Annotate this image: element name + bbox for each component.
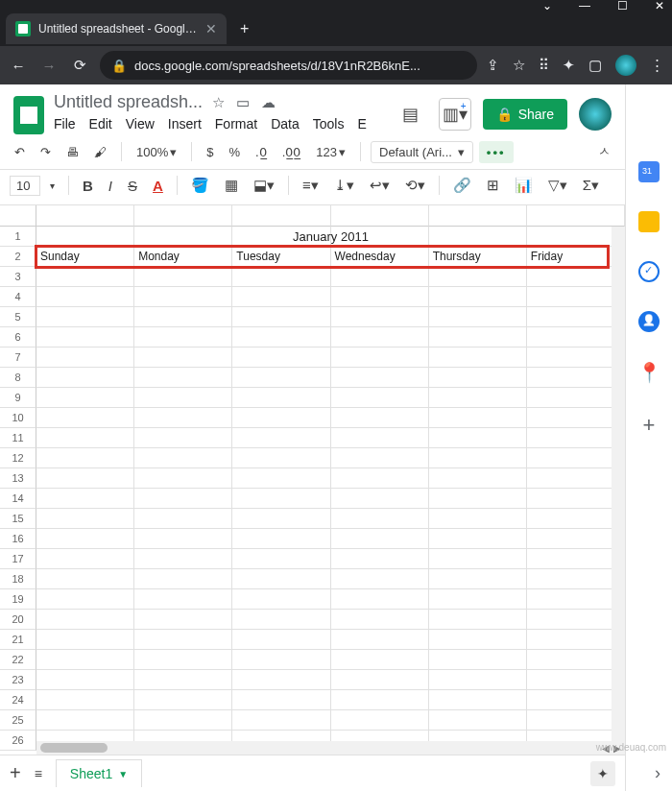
cell[interactable]: [527, 610, 625, 630]
horizontal-scrollbar[interactable]: ◀▶: [36, 741, 625, 755]
cell[interactable]: [527, 428, 625, 448]
cell[interactable]: [527, 509, 625, 529]
row-header[interactable]: 15: [0, 509, 36, 529]
cell[interactable]: [134, 509, 232, 529]
cell[interactable]: [134, 610, 232, 630]
filter-icon[interactable]: ▽▾: [542, 174, 573, 197]
menu-tools[interactable]: Tools: [313, 116, 345, 132]
profile-ext-icon[interactable]: [615, 55, 636, 76]
browser-tab[interactable]: Untitled spreadsheet - Google Sh ✕: [6, 13, 227, 44]
cell[interactable]: [232, 690, 330, 710]
close-window-icon[interactable]: ✕: [655, 0, 664, 12]
menu-format[interactable]: Format: [215, 116, 257, 132]
window-icon[interactable]: ▢: [588, 57, 602, 74]
cell[interactable]: [527, 549, 625, 569]
cell[interactable]: [429, 610, 527, 630]
cell[interactable]: [36, 327, 134, 348]
row-header[interactable]: 8: [0, 368, 36, 388]
cell[interactable]: [527, 307, 625, 327]
cell[interactable]: [429, 327, 527, 348]
cell[interactable]: [36, 368, 134, 388]
column-header[interactable]: [232, 205, 330, 227]
row-header[interactable]: 12: [0, 448, 36, 468]
cell[interactable]: [429, 549, 527, 569]
cell[interactable]: [527, 710, 625, 731]
row-header[interactable]: 4: [0, 287, 36, 307]
italic-button[interactable]: I: [103, 175, 118, 197]
rotate-button[interactable]: ⟲▾: [399, 174, 431, 197]
present-button[interactable]: ▥+▾: [439, 98, 471, 131]
cell[interactable]: [232, 468, 330, 489]
cell[interactable]: [429, 589, 527, 610]
add-sheet-button[interactable]: +: [10, 762, 21, 784]
toolbar-more-button[interactable]: •••: [479, 141, 514, 163]
increase-decimal-button[interactable]: .0̲0̲: [277, 142, 306, 162]
cell[interactable]: [232, 327, 330, 348]
back-icon[interactable]: ←: [8, 58, 29, 74]
tasks-icon[interactable]: [638, 261, 660, 282]
cell[interactable]: [134, 408, 232, 428]
menu-data[interactable]: Data: [271, 116, 300, 132]
cell[interactable]: [429, 650, 527, 670]
tab-close-icon[interactable]: ✕: [205, 21, 217, 36]
column-header[interactable]: [331, 205, 429, 227]
cell[interactable]: [232, 589, 330, 610]
menu-view[interactable]: View: [126, 116, 155, 132]
row-header[interactable]: 14: [0, 489, 36, 509]
cell[interactable]: [527, 408, 625, 428]
cell[interactable]: [331, 710, 429, 731]
cell[interactable]: [36, 650, 134, 670]
cell[interactable]: [331, 630, 429, 650]
column-header[interactable]: [36, 205, 134, 227]
cell[interactable]: [232, 388, 330, 408]
row-header[interactable]: 24: [0, 690, 36, 710]
contacts-icon[interactable]: [638, 311, 660, 332]
row-header[interactable]: 2: [0, 247, 36, 267]
cell[interactable]: [232, 650, 330, 670]
sheet-menu-icon[interactable]: ▼: [118, 769, 128, 779]
cell[interactable]: [36, 428, 134, 448]
cell[interactable]: [36, 569, 134, 589]
cell[interactable]: [36, 710, 134, 731]
row-header[interactable]: 18: [0, 569, 36, 589]
reload-icon[interactable]: ⟳: [69, 57, 90, 74]
cell[interactable]: [429, 348, 527, 368]
cell[interactable]: [134, 287, 232, 307]
cell[interactable]: [232, 710, 330, 731]
cell[interactable]: [232, 408, 330, 428]
cell[interactable]: [134, 690, 232, 710]
cell[interactable]: [331, 509, 429, 529]
keep-icon[interactable]: [638, 211, 660, 232]
cell[interactable]: [232, 670, 330, 690]
row-header[interactable]: 20: [0, 610, 36, 630]
row-header[interactable]: 25: [0, 710, 36, 731]
cell[interactable]: [331, 388, 429, 408]
extension-icon-1[interactable]: ⠿: [539, 57, 549, 74]
sheet-tab[interactable]: Sheet1 ▼: [56, 759, 142, 787]
row-header[interactable]: 26: [0, 731, 36, 751]
bookmark-icon[interactable]: ☆: [513, 57, 525, 74]
bold-button[interactable]: B: [77, 175, 99, 197]
cell[interactable]: [429, 690, 527, 710]
cell[interactable]: [36, 489, 134, 509]
cell[interactable]: [331, 368, 429, 388]
cell[interactable]: [232, 569, 330, 589]
select-all-corner[interactable]: [0, 205, 36, 227]
cell[interactable]: [331, 408, 429, 428]
borders-button[interactable]: ▦: [219, 174, 244, 197]
cell[interactable]: Friday: [527, 247, 625, 267]
cell[interactable]: [331, 529, 429, 549]
cell[interactable]: [134, 307, 232, 327]
cell[interactable]: [331, 589, 429, 610]
row-header[interactable]: 6: [0, 327, 36, 348]
cell[interactable]: [429, 670, 527, 690]
cell[interactable]: [527, 670, 625, 690]
cell[interactable]: [527, 650, 625, 670]
cell[interactable]: [527, 468, 625, 489]
cell[interactable]: [36, 388, 134, 408]
cell[interactable]: [36, 509, 134, 529]
calendar-icon[interactable]: [638, 161, 660, 182]
cell[interactable]: [134, 327, 232, 348]
font-size-input[interactable]: 10: [10, 176, 40, 196]
row-header[interactable]: 11: [0, 428, 36, 448]
